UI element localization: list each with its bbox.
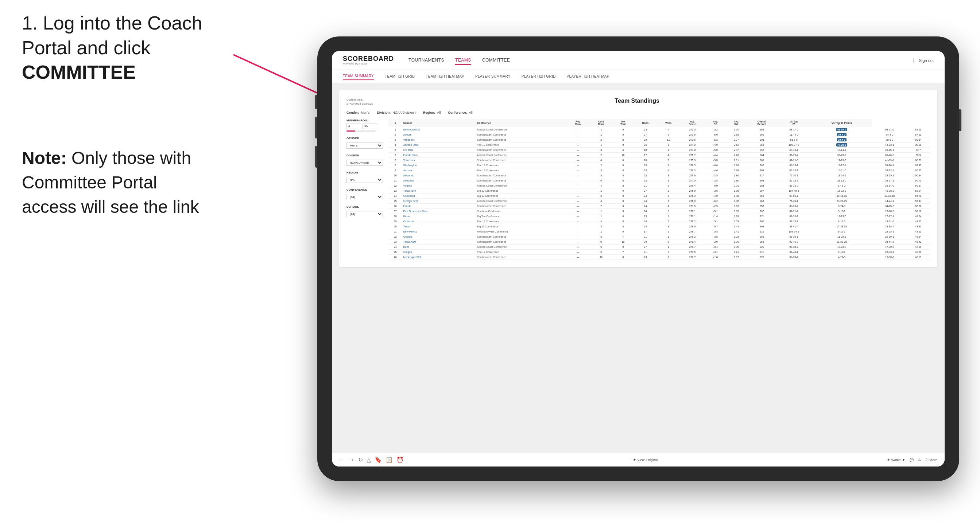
table-row[interactable]: 9ArizonaPac-12 Conference—38234276.3-4.6…: [388, 168, 930, 173]
table-cell: 1.30: [726, 240, 746, 244]
sign-out-button[interactable]: Sign out: [913, 58, 934, 63]
content-card: Update time: 27/03/2024 16:56:26 Team St…: [339, 90, 937, 267]
table-row[interactable]: 8WashingtonPac-12 Conference—28231276.3-…: [388, 163, 930, 168]
min-rounds-max[interactable]: 30: [363, 124, 377, 129]
table-cell: 72-30-1: [777, 173, 811, 178]
table-row[interactable]: 1North CarolinaAtlantic Coast Conference…: [388, 127, 930, 132]
table-row[interactable]: 19CaliforniaPac-12 Conference—48242278.2…: [388, 219, 930, 224]
conference-name-cell: Southeastern Conference: [476, 158, 566, 163]
nav-item-committee[interactable]: COMMITTEE: [482, 56, 510, 65]
table-cell: 96-29-2: [777, 153, 811, 158]
division-select[interactable]: NCAA Division I NCAA Division II NCAA Di…: [347, 160, 383, 166]
table-cell: -1.4: [705, 214, 726, 219]
table-cell: 3: [388, 137, 402, 143]
conference-select[interactable]: (All): [347, 194, 383, 200]
table-cell: 23: [633, 214, 657, 219]
table-cell: 2: [589, 153, 612, 158]
table-cell: -5.1: [705, 219, 726, 224]
table-row[interactable]: 6Florida StateAtlantic Coast Conference—…: [388, 153, 930, 158]
division-filter-display: Division: NCAA Division I: [377, 111, 416, 114]
conference-name-cell: Atlantic Coast Conference: [476, 127, 566, 132]
table-cell: 9: [613, 209, 634, 214]
table-cell: 1.90: [726, 178, 746, 183]
table-row[interactable]: 12VirginiaAtlantic Coast Conference—4821…: [388, 183, 930, 189]
toolbar-back-button[interactable]: ←: [339, 457, 345, 463]
sub-nav-player-h2h-grid[interactable]: PLAYER H2H GRID: [522, 73, 556, 80]
table-cell: -5.1: [705, 209, 726, 214]
table-cell: —: [566, 127, 589, 132]
table-row[interactable]: 23Texas A&MSoutheastern Conference—91030…: [388, 240, 930, 244]
toolbar-copy-button[interactable]: 📋: [385, 456, 393, 463]
view-original-button[interactable]: 👁 View: Original: [633, 458, 658, 462]
toolbar-refresh-button[interactable]: ↻: [358, 456, 363, 463]
table-row[interactable]: 14OklahomaBig 12 Conference—29242276.3-4…: [388, 194, 930, 198]
table-cell: 267: [747, 209, 777, 214]
table-row[interactable]: 24DukeAtlantic Coast Conference—59271279…: [388, 244, 930, 250]
table-row[interactable]: 26Mississippi StateSoutheastern Conferen…: [388, 255, 930, 260]
table-row[interactable]: 21New MexicoMountain West Conference—191…: [388, 229, 930, 234]
rounds-slider[interactable]: [347, 130, 375, 132]
toolbar-share-ios-button[interactable]: △: [366, 456, 371, 463]
table-cell: 6: [657, 183, 680, 189]
table-cell: 8: [613, 198, 634, 204]
col-rank: #: [388, 119, 402, 127]
table-row[interactable]: 16FloridaSoutheastern Conference—7924427…: [388, 204, 930, 209]
table-cell: -5.2: [705, 127, 726, 132]
table-row[interactable]: 4Arizona StatePac-12 Conference—19261274…: [388, 143, 930, 148]
table-row[interactable]: 15Georgia TechAtlantic Coast Conference—…: [388, 198, 930, 204]
table-cell: 80-25-2: [777, 204, 811, 209]
table-cell: 6: [589, 178, 612, 183]
nav-item-tournaments[interactable]: TOURNAMENTS: [409, 56, 444, 65]
gender-select[interactable]: Men's Women's: [347, 143, 383, 149]
table-cell: 5: [589, 244, 612, 250]
table-cell: -5.8: [705, 229, 726, 234]
table-row[interactable]: 10AlabamaSoutheastern Conference—5823327…: [388, 173, 930, 178]
table-cell: 280.7: [680, 255, 705, 260]
table-cell: 4: [657, 127, 680, 132]
table-cell: 8: [613, 219, 634, 224]
table-cell: 1: [657, 148, 680, 153]
share-icon: ⤴: [925, 458, 927, 462]
table-cell: 80.08: [907, 143, 930, 148]
sub-nav-player-summary[interactable]: PLAYER SUMMARY: [475, 73, 511, 80]
table-row[interactable]: 17East Tennessee StateSouthern Conferenc…: [388, 209, 930, 214]
min-rounds-min[interactable]: 4: [347, 124, 361, 129]
feedback-button[interactable]: 💬: [910, 458, 914, 462]
sub-nav-team-h2h-grid[interactable]: TEAM H2H GRID: [385, 73, 415, 80]
table-row[interactable]: 5Ole MissSoutheastern Conference—3618127…: [388, 148, 930, 153]
table-row[interactable]: 18IllinoisBig Ten Conference—18231279.1-…: [388, 214, 930, 219]
watch-button[interactable]: 👁 Watch ▼: [887, 458, 905, 462]
table-row[interactable]: 3VanderbiltSoutheastern Conference—28296…: [388, 137, 930, 143]
table-row[interactable]: 25OregonPac-12 Conference—57210279.5-3.1…: [388, 250, 930, 255]
region-select[interactable]: N/A All: [347, 177, 383, 183]
share-button[interactable]: ⤴ Share: [925, 458, 937, 462]
table-cell: 29-15-1: [872, 148, 906, 153]
col-conference: Conference: [476, 119, 566, 127]
table-cell: 83-25-1: [777, 219, 811, 224]
toolbar-clock-button[interactable]: ⏰: [396, 456, 404, 463]
table-cell: 3: [657, 173, 680, 178]
table-cell: 1: [589, 229, 612, 234]
sub-nav-team-summary[interactable]: TEAM SUMMARY: [343, 73, 374, 80]
conference-name-cell: Atlantic Coast Conference: [476, 198, 566, 204]
table-cell: 27-17-1: [872, 214, 906, 219]
expand-button[interactable]: ⧊: [918, 458, 921, 462]
toolbar-forward-button[interactable]: →: [349, 457, 355, 463]
sub-nav-player-h2h-heatmap[interactable]: PLAYER H2H HEATMAP: [567, 73, 609, 80]
toolbar-bookmark-button[interactable]: 🔖: [375, 456, 382, 463]
table-cell: -3.8: [705, 178, 726, 183]
table-row[interactable]: 20TexasBig 12 Conference—38248278.6-0.71…: [388, 224, 930, 229]
table-row[interactable]: 11ArkansasSoutheastern Conference—682332…: [388, 178, 930, 183]
table-row[interactable]: 22GeorgiaSoutheastern Conference—8721127…: [388, 234, 930, 240]
table-row[interactable]: 7TennesseeSoutheastern Conference—461822…: [388, 158, 930, 163]
table-cell: -3.8: [705, 234, 726, 240]
nav-item-teams[interactable]: TEAMS: [455, 56, 471, 65]
table-row[interactable]: 2AuburnSoutheastern Conference—19276273.…: [388, 132, 930, 137]
table-cell: 62-25-1: [777, 214, 811, 219]
table-cell: 29-21-0: [872, 219, 906, 224]
sub-nav-team-h2h-heatmap[interactable]: TEAM H2H HEATMAP: [426, 73, 464, 80]
conference-filter-display: Conference: All: [448, 111, 473, 114]
school-select[interactable]: (All): [347, 211, 383, 217]
table-row[interactable]: 13Texas TechBig 12 Conference—19272276.9…: [388, 189, 930, 194]
table-cell: 10: [613, 153, 634, 158]
